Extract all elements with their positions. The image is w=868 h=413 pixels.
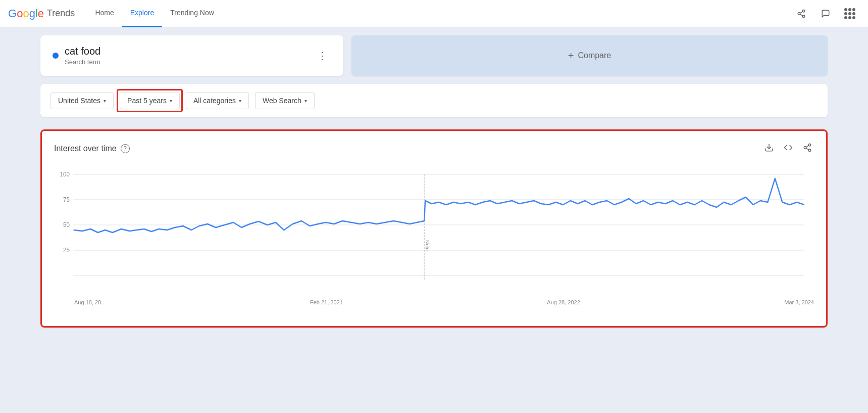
- search-term-type: Search term: [65, 58, 100, 66]
- share-button[interactable]: [791, 4, 811, 24]
- category-arrow-icon: ▾: [239, 98, 241, 104]
- nav-trending[interactable]: Trending Now: [162, 0, 222, 27]
- nav-explore[interactable]: Explore: [122, 0, 162, 27]
- chart-title: Interest over time: [54, 144, 117, 153]
- logo-trends-text: Trends: [47, 8, 75, 19]
- search-term-dot: [53, 53, 59, 59]
- search-term-name: cat food: [65, 45, 100, 57]
- logo-g: G: [8, 7, 17, 20]
- x-label-2: Aug 28, 2022: [547, 299, 580, 305]
- region-arrow-icon: ▾: [104, 98, 106, 104]
- chart-actions: [762, 141, 814, 156]
- logo-e2: e: [38, 7, 44, 20]
- search-card: cat food Search term ⋮: [40, 35, 343, 76]
- logo[interactable]: Google Trends: [8, 7, 75, 20]
- x-label-3: Mar 3, 2024: [784, 299, 814, 305]
- x-label-1: Feb 21, 2021: [310, 299, 343, 305]
- chart-container: 100 75 50 25 Note Aug 18, 20... Feb 21, …: [54, 164, 814, 316]
- time-arrow-icon: ▾: [170, 98, 172, 104]
- svg-text:25: 25: [63, 247, 70, 253]
- svg-text:Note: Note: [425, 240, 430, 251]
- nav-home[interactable]: Home: [87, 0, 122, 27]
- time-label: Past 5 years: [127, 97, 167, 105]
- region-filter[interactable]: United States ▾: [50, 92, 114, 109]
- svg-line-10: [806, 146, 808, 147]
- svg-text:50: 50: [63, 221, 70, 228]
- header: Google Trends Home Explore Trending Now: [0, 0, 868, 27]
- interest-over-time-chart: 100 75 50 25 Note: [54, 164, 814, 296]
- svg-text:75: 75: [63, 196, 70, 203]
- search-section: cat food Search term ⋮ + Compare: [40, 35, 828, 76]
- chart-header: Interest over time ?: [54, 141, 814, 156]
- filters-card: United States ▾ Past 5 years ▾ All categ…: [40, 84, 828, 117]
- main-content: cat food Search term ⋮ + Compare United …: [0, 27, 868, 336]
- header-actions: [791, 4, 860, 24]
- chart-section: Interest over time ?: [40, 129, 828, 328]
- search-type-label: Web Search: [263, 97, 301, 105]
- apps-button[interactable]: [840, 4, 860, 24]
- time-filter-wrapper: Past 5 years ▾: [120, 92, 180, 109]
- apps-grid-icon: [844, 8, 855, 19]
- logo-o1: o: [17, 7, 23, 20]
- search-term-info: cat food Search term: [53, 45, 100, 66]
- chart-title-area: Interest over time ?: [54, 144, 130, 153]
- x-label-0: Aug 18, 20...: [74, 299, 106, 305]
- svg-line-9: [806, 148, 808, 150]
- compare-card[interactable]: + Compare: [351, 35, 828, 76]
- compare-label: Compare: [578, 51, 611, 60]
- logo-gl: g: [29, 7, 35, 20]
- feedback-button[interactable]: [815, 4, 836, 24]
- chart-x-labels: Aug 18, 20... Feb 21, 2021 Aug 28, 2022 …: [54, 297, 814, 305]
- region-label: United States: [58, 97, 100, 105]
- help-icon[interactable]: ?: [121, 144, 130, 153]
- time-filter[interactable]: Past 5 years ▾: [120, 92, 180, 109]
- more-options-button[interactable]: ⋮: [313, 48, 331, 64]
- search-type-arrow-icon: ▾: [304, 98, 307, 104]
- chart-line: [74, 178, 804, 233]
- logo-o2: o: [23, 7, 29, 20]
- search-type-filter[interactable]: Web Search ▾: [255, 92, 315, 109]
- embed-button[interactable]: [782, 141, 795, 156]
- compare-plus-icon: +: [568, 50, 574, 62]
- svg-line-4: [800, 11, 802, 13]
- main-nav: Home Explore Trending Now: [87, 0, 222, 27]
- category-label: All categories: [193, 97, 236, 105]
- search-term-text: cat food Search term: [65, 45, 100, 66]
- svg-line-3: [800, 14, 802, 16]
- svg-text:100: 100: [60, 171, 70, 177]
- download-button[interactable]: [762, 141, 776, 156]
- chart-share-button[interactable]: [801, 141, 814, 156]
- category-filter[interactable]: All categories ▾: [186, 92, 249, 109]
